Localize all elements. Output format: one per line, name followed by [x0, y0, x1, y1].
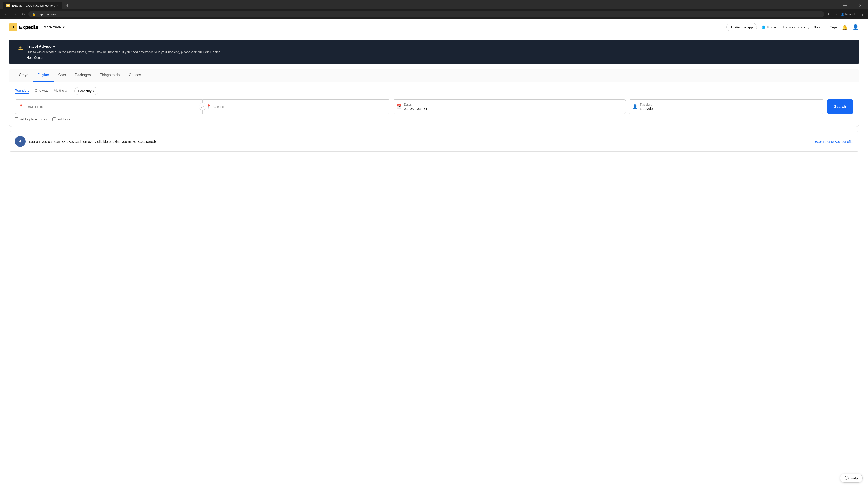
reload-button[interactable]: ↻ — [20, 11, 27, 18]
trip-type-options: Roundtrip One-way Multi-city Economy ▾ — [15, 87, 853, 95]
travelers-field[interactable]: 👤 Travelers 1 traveler — [629, 99, 824, 114]
help-chat-icon: 💬 — [845, 476, 849, 480]
more-travel-button[interactable]: More travel ▾ — [43, 25, 65, 29]
restore-button[interactable]: ❐ — [849, 3, 856, 8]
search-card: Stays Flights Cars Packages Things to do… — [9, 69, 859, 127]
new-tab-button[interactable]: + — [64, 2, 70, 9]
tab-cars[interactable]: Cars — [54, 69, 70, 82]
tab-favicon: ✈ — [6, 4, 10, 7]
bookmark-button[interactable]: ★ — [826, 11, 831, 18]
help-center-link[interactable]: Help Center — [27, 56, 43, 59]
get-app-button[interactable]: ⬇ Get the app — [726, 23, 756, 31]
onekey-avatar: K — [15, 136, 26, 147]
onekey-message: Lauren, you can earn OneKeyCash on every… — [29, 140, 811, 143]
address-bar[interactable]: 🔒 expedia.com — [29, 11, 824, 18]
globe-icon: 🌐 — [761, 25, 766, 29]
onekey-link[interactable]: Explore One Key benefits — [815, 140, 853, 143]
advisory-content: Travel Advisory Due to winter weather in… — [27, 44, 221, 60]
language-button[interactable]: 🌐 English — [761, 25, 778, 29]
back-button[interactable]: ← — [3, 11, 9, 18]
leaving-from-field[interactable]: 📍 Leaving from — [15, 99, 202, 114]
help-label: Help — [851, 476, 858, 480]
cabin-class-label: Economy — [78, 89, 91, 93]
logo-text: Expedia — [19, 24, 38, 30]
extension-button[interactable]: ▭ — [833, 11, 838, 18]
search-label: Search — [834, 105, 846, 108]
tab-things-to-do[interactable]: Things to do — [95, 69, 124, 82]
leaving-from-inner: Leaving from — [26, 105, 43, 108]
addon-options: Add a place to stay Add a car — [15, 118, 853, 121]
site-header: ✈ Expedia More travel ▾ ⬇ Get the app 🌐 … — [0, 20, 868, 35]
dates-inner: Dates Jan 30 - Jan 31 — [404, 103, 427, 110]
swap-airports-button[interactable]: ⇄ — [199, 103, 206, 110]
search-button[interactable]: Search — [827, 99, 853, 114]
search-tabs: Stays Flights Cars Packages Things to do… — [9, 69, 859, 82]
one-way-option[interactable]: One-way — [35, 89, 49, 94]
cabin-class-select[interactable]: Economy ▾ — [74, 87, 98, 95]
tab-flights[interactable]: Flights — [33, 69, 54, 82]
dates-field[interactable]: 📅 Dates Jan 30 - Jan 31 — [393, 99, 626, 114]
add-car-checkbox-label[interactable]: Add a car — [53, 118, 71, 121]
advisory-banner: ⚠ Travel Advisory Due to winter weather … — [9, 40, 859, 64]
notifications-button[interactable]: 🔔 — [842, 25, 848, 30]
add-stay-label: Add a place to stay — [20, 118, 47, 121]
tab-packages[interactable]: Packages — [70, 69, 95, 82]
logo-link[interactable]: ✈ Expedia — [9, 23, 38, 31]
browser-navbar: ← → ↻ 🔒 expedia.com ★ ▭ 👤 Incognito ⋮ — [0, 9, 868, 20]
menu-button[interactable]: ⋮ — [860, 11, 865, 18]
tab-title: Expedia Travel: Vacation Home... — [12, 4, 55, 7]
support-button[interactable]: Support — [814, 25, 826, 29]
incognito-icon: 👤 — [841, 13, 844, 16]
close-button[interactable]: ✕ — [857, 3, 864, 8]
add-stay-checkbox[interactable] — [15, 118, 18, 121]
address-text: expedia.com — [38, 12, 56, 16]
going-to-label: Going to — [213, 105, 224, 108]
minimize-button[interactable]: — — [841, 3, 848, 8]
forward-button[interactable]: → — [11, 11, 18, 18]
location-pin-icon: 📍 — [19, 104, 24, 109]
dates-value: Jan 30 - Jan 31 — [404, 107, 427, 110]
from-to-container: 📍 Leaving from ⇄ 📍 Going to — [15, 99, 390, 114]
more-travel-chevron-icon: ▾ — [63, 25, 65, 29]
tab-close-btn[interactable]: × — [57, 4, 59, 7]
get-app-label: Get the app — [735, 25, 753, 29]
going-to-inner: Going to — [213, 105, 224, 108]
advisory-title: Travel Advisory — [27, 44, 221, 49]
logo-icon: ✈ — [9, 23, 17, 31]
user-account-button[interactable]: 👤 — [852, 24, 859, 31]
tab-stays[interactable]: Stays — [15, 69, 33, 82]
tab-cruises[interactable]: Cruises — [124, 69, 146, 82]
flight-search-form: Roundtrip One-way Multi-city Economy ▾ 📍… — [9, 82, 859, 127]
add-stay-checkbox-label[interactable]: Add a place to stay — [15, 118, 47, 121]
dates-label: Dates — [404, 103, 427, 106]
download-icon: ⬇ — [730, 25, 733, 29]
calendar-icon: 📅 — [397, 104, 402, 109]
list-property-label: List your property — [783, 25, 809, 29]
trips-label: Trips — [830, 25, 837, 29]
active-tab[interactable]: ✈ Expedia Travel: Vacation Home... × — [3, 2, 62, 9]
travelers-label: Travelers — [640, 103, 654, 106]
search-fields-row: 📍 Leaving from ⇄ 📍 Going to — [15, 99, 853, 114]
more-travel-label: More travel — [43, 25, 61, 29]
incognito-label: Incognito — [845, 13, 857, 16]
multi-city-option[interactable]: Multi-city — [54, 89, 67, 94]
header-actions: ⬇ Get the app 🌐 English List your proper… — [726, 23, 859, 31]
travelers-inner: Travelers 1 traveler — [640, 103, 654, 110]
going-to-field[interactable]: 📍 Going to — [202, 99, 390, 114]
add-car-label: Add a car — [58, 118, 71, 121]
help-button[interactable]: 💬 Help — [840, 474, 863, 483]
incognito-button[interactable]: 👤 Incognito — [840, 12, 858, 17]
leaving-from-label: Leaving from — [26, 105, 43, 108]
language-label: English — [767, 25, 778, 29]
support-label: Support — [814, 25, 826, 29]
list-property-button[interactable]: List your property — [783, 25, 809, 29]
roundtrip-option[interactable]: Roundtrip — [15, 89, 29, 94]
cabin-chevron-icon: ▾ — [93, 89, 94, 93]
add-car-checkbox[interactable] — [53, 118, 56, 121]
advisory-body: Due to winter weather in the United Stat… — [27, 50, 221, 55]
destination-pin-icon: 📍 — [206, 104, 211, 109]
travelers-value: 1 traveler — [640, 107, 654, 110]
person-icon: 👤 — [632, 104, 638, 109]
warning-icon: ⚠ — [18, 45, 23, 51]
trips-button[interactable]: Trips — [830, 25, 837, 29]
